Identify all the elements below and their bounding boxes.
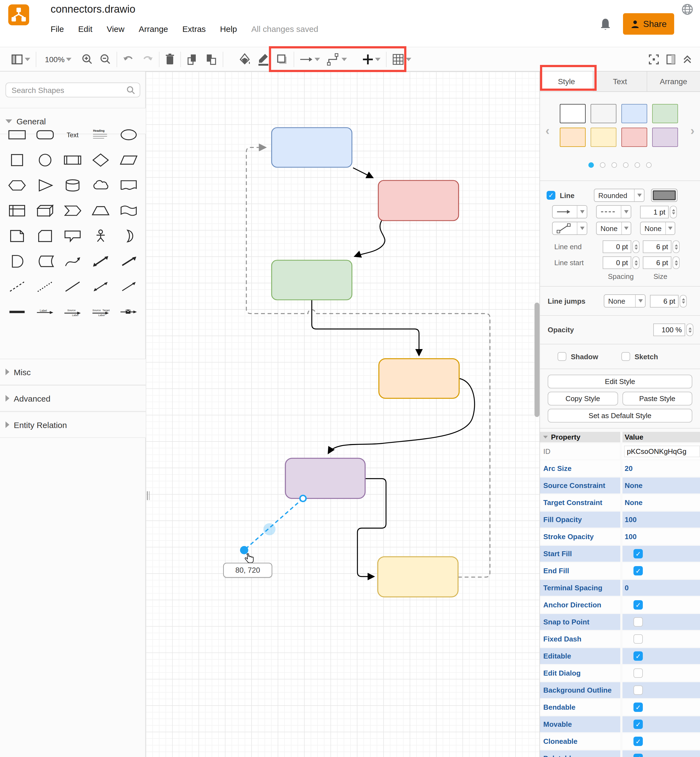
property-checkbox[interactable] [633, 634, 643, 644]
dash-style-dropdown[interactable] [596, 205, 631, 218]
style-preset-swatch-1-4[interactable] [652, 104, 678, 123]
shape-bidirectional-arrow[interactable] [87, 249, 115, 274]
line-start-spacing-field[interactable] [603, 257, 639, 269]
line-end-size-field[interactable] [643, 241, 680, 253]
shape-dashed-line[interactable] [3, 274, 31, 299]
property-checkbox[interactable]: ✓ [633, 651, 643, 661]
shape-source-arrow[interactable]: SourceLabel [59, 299, 87, 325]
shape-cylinder[interactable] [59, 173, 87, 198]
menu-edit[interactable]: Edit [78, 24, 92, 34]
property-checkbox[interactable] [633, 668, 643, 678]
shape-search-input[interactable] [11, 85, 127, 95]
shape-diamond[interactable] [87, 147, 115, 173]
shape-rounded-rectangle[interactable] [31, 122, 59, 147]
preset-page-dot-6[interactable] [646, 162, 652, 168]
copy-style-button[interactable]: Copy Style [548, 392, 618, 405]
property-checkbox[interactable]: ✓ [633, 737, 643, 746]
stepper-icon[interactable] [632, 257, 639, 269]
shape-source-target-arrow[interactable]: SourceLabelTarget [87, 299, 115, 325]
shape-internal-storage[interactable] [3, 198, 31, 224]
shape-bidirectional-connector[interactable] [87, 274, 115, 299]
menu-file[interactable]: File [51, 24, 64, 34]
property-value[interactable]: ✓ [622, 699, 700, 715]
preset-page-dot-1[interactable] [588, 162, 594, 168]
waypoints-dropdown[interactable] [552, 222, 587, 235]
collapse-toolbar-button[interactable] [679, 50, 695, 68]
notifications-bell-icon[interactable] [599, 17, 611, 31]
edge-blue-to-red[interactable] [353, 168, 373, 178]
style-preset-swatch-1-1[interactable] [560, 104, 586, 123]
arrow-style-dropdown[interactable] [552, 205, 587, 218]
node-yellow[interactable] [378, 557, 458, 597]
preset-page-dot-4[interactable] [623, 162, 628, 168]
value-column-header[interactable]: Value [622, 432, 700, 442]
share-button[interactable]: Share [623, 13, 674, 34]
menu-help[interactable]: Help [220, 24, 237, 34]
shape-label-arrow[interactable]: Label [31, 299, 59, 325]
shape-document[interactable] [115, 173, 142, 198]
stepper-icon[interactable] [680, 295, 687, 307]
style-preset-swatch-1-3[interactable] [621, 104, 647, 123]
property-checkbox[interactable]: ✓ [633, 600, 643, 610]
drag-edge-endpoint[interactable] [240, 546, 248, 554]
property-checkbox[interactable]: ✓ [633, 702, 643, 712]
sidebar-section-misc[interactable]: Misc [0, 359, 146, 385]
shape-triangle[interactable] [31, 173, 59, 198]
line-start-size-field[interactable] [643, 257, 680, 269]
node-orange[interactable] [379, 359, 459, 398]
shape-parallelogram[interactable] [115, 147, 142, 173]
shape-and[interactable] [3, 249, 31, 274]
line-style-dropdown[interactable]: Rounded [594, 189, 644, 202]
presets-next-icon[interactable]: › [691, 124, 694, 138]
shape-dotted-line[interactable] [31, 274, 59, 299]
property-value[interactable]: ✓ [622, 751, 700, 757]
edit-style-button[interactable]: Edit Style [548, 375, 692, 388]
property-value[interactable]: ✓ [622, 648, 700, 664]
preset-page-dot-5[interactable] [634, 162, 640, 168]
to-front-button[interactable] [183, 50, 202, 68]
stepper-icon[interactable] [670, 205, 677, 218]
line-width-field[interactable] [640, 205, 677, 218]
node-blue[interactable] [272, 128, 352, 167]
node-green[interactable] [272, 260, 352, 300]
node-purple[interactable] [285, 458, 365, 499]
menu-arrange[interactable]: Arrange [139, 24, 168, 34]
property-value[interactable] [622, 631, 700, 647]
redo-button[interactable] [138, 50, 157, 68]
property-value[interactable]: ✓ [622, 716, 700, 732]
tab-text[interactable]: Text [594, 72, 647, 91]
zoom-out-button[interactable] [96, 50, 114, 68]
shape-circle[interactable] [31, 147, 59, 173]
undo-button[interactable] [119, 50, 138, 68]
shape-link[interactable] [3, 299, 31, 325]
sidebar-resize-handle[interactable] [146, 486, 151, 505]
line-color-swatch-button[interactable] [651, 189, 677, 202]
stepper-icon[interactable] [632, 241, 639, 253]
language-globe-icon[interactable] [681, 3, 694, 16]
shape-cube[interactable] [31, 198, 59, 224]
format-panel-toggle-button[interactable] [662, 50, 679, 68]
property-checkbox[interactable]: ✓ [633, 719, 643, 729]
property-value[interactable]: ✓ [622, 563, 700, 579]
property-value[interactable]: ✓ [622, 546, 700, 562]
style-preset-swatch-2-4[interactable] [652, 128, 678, 147]
shape-directional-connector[interactable] [115, 274, 142, 299]
line-start-style-dropdown[interactable]: None [596, 222, 631, 235]
property-value[interactable] [622, 682, 700, 698]
property-value[interactable]: 20 [622, 460, 700, 476]
shape-step[interactable] [59, 198, 87, 224]
property-checkbox[interactable] [633, 617, 643, 627]
shape-text[interactable]: Text [59, 122, 87, 147]
stepper-icon[interactable] [686, 324, 694, 336]
shape-hexagon[interactable] [3, 173, 31, 198]
shape-trapezoid[interactable] [87, 198, 115, 224]
diagram-canvas[interactable]: 80, 720 [146, 72, 539, 757]
property-value[interactable]: ✓ [622, 597, 700, 613]
sketch-checkbox[interactable] [621, 352, 630, 361]
menu-view[interactable]: View [107, 24, 125, 34]
property-value[interactable]: ✓ [622, 734, 700, 749]
style-preset-swatch-2-2[interactable] [591, 128, 616, 147]
shape-line[interactable] [59, 274, 87, 299]
fullscreen-button[interactable] [645, 50, 662, 68]
line-end-style-dropdown[interactable]: None [640, 222, 675, 235]
